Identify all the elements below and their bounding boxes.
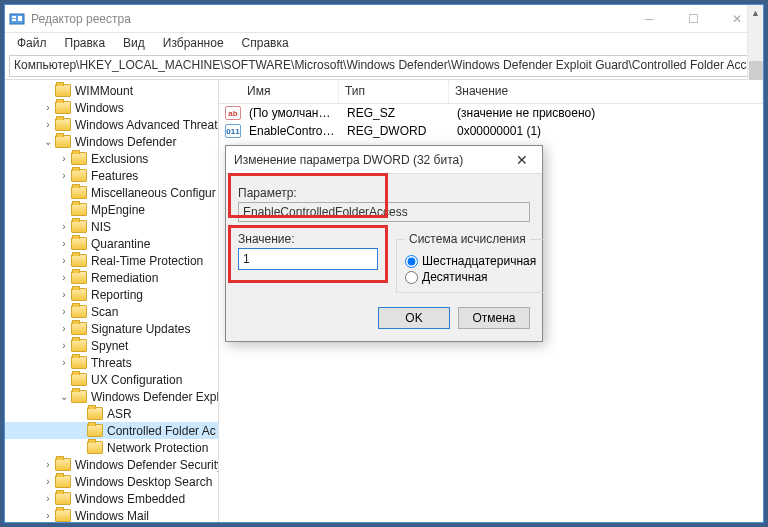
tree-item[interactable]: ›Features <box>5 167 218 184</box>
dialog-title: Изменение параметра DWORD (32 бита) <box>234 153 510 167</box>
radio-hex-input[interactable] <box>405 255 418 268</box>
radio-hex-label: Шестнадцатеричная <box>422 254 536 268</box>
dialog-close-button[interactable]: ✕ <box>510 152 534 168</box>
cell-type: REG_DWORD <box>341 124 451 138</box>
chevron-down-icon[interactable]: ⌄ <box>57 391 71 402</box>
tree-item-label: WIMMount <box>75 84 133 98</box>
tree-item[interactable]: ›Signature Updates <box>5 320 218 337</box>
chevron-right-icon[interactable]: › <box>41 476 55 487</box>
folder-icon <box>71 152 87 165</box>
address-bar[interactable]: Компьютер\HKEY_LOCAL_MACHINE\SOFTWARE\Mi… <box>9 55 759 77</box>
registry-tree[interactable]: WIMMount›Windows›Windows Advanced Threat… <box>5 80 219 522</box>
chevron-right-icon[interactable]: › <box>41 119 55 130</box>
folder-icon <box>55 509 71 522</box>
tree-item[interactable]: ›Windows Advanced Threat <box>5 116 218 133</box>
folder-icon <box>55 101 71 114</box>
tree-item[interactable]: ›Real-Time Protection <box>5 252 218 269</box>
radio-dec-label: Десятичная <box>422 270 488 284</box>
chevron-right-icon[interactable]: › <box>57 306 71 317</box>
tree-item[interactable]: MpEngine <box>5 201 218 218</box>
value-input[interactable] <box>238 248 378 270</box>
chevron-right-icon[interactable]: › <box>57 170 71 181</box>
cell-type: REG_SZ <box>341 106 451 120</box>
folder-icon <box>55 492 71 505</box>
menu-edit[interactable]: Правка <box>57 34 114 52</box>
tree-item[interactable]: ›Windows Defender Security <box>5 456 218 473</box>
tree-item[interactable]: ›Windows Embedded <box>5 490 218 507</box>
tree-item-label: Windows Desktop Search <box>75 475 212 489</box>
col-type[interactable]: Тип <box>339 80 449 103</box>
menu-view[interactable]: Вид <box>115 34 153 52</box>
tree-item-label: Features <box>91 169 138 183</box>
cancel-button[interactable]: Отмена <box>458 307 530 329</box>
tree-item[interactable]: ›Reporting <box>5 286 218 303</box>
folder-icon <box>71 339 87 352</box>
tree-item[interactable]: ›Windows Mail <box>5 507 218 522</box>
menu-file[interactable]: Файл <box>9 34 55 52</box>
folder-icon <box>71 220 87 233</box>
tree-item[interactable]: ›Windows <box>5 99 218 116</box>
tree-item[interactable]: ›Exclusions <box>5 150 218 167</box>
tree-item[interactable]: UX Configuration <box>5 371 218 388</box>
chevron-right-icon[interactable]: › <box>57 289 71 300</box>
radio-dec-input[interactable] <box>405 271 418 284</box>
chevron-right-icon[interactable]: › <box>57 272 71 283</box>
dialog-titlebar[interactable]: Изменение параметра DWORD (32 бита) ✕ <box>226 146 542 174</box>
col-name[interactable]: Имя <box>219 80 339 103</box>
tree-item[interactable]: WIMMount <box>5 82 218 99</box>
base-legend: Система исчисления <box>405 232 530 246</box>
tree-item[interactable]: Network Protection <box>5 439 218 456</box>
maximize-button[interactable]: ☐ <box>671 7 715 31</box>
col-value[interactable]: Значение <box>449 80 763 103</box>
chevron-right-icon[interactable]: › <box>57 238 71 249</box>
chevron-right-icon[interactable]: › <box>57 323 71 334</box>
tree-item[interactable]: ›Remediation <box>5 269 218 286</box>
tree-item[interactable]: Miscellaneous Configur <box>5 184 218 201</box>
tree-item-label: Miscellaneous Configur <box>91 186 216 200</box>
chevron-right-icon[interactable]: › <box>57 153 71 164</box>
chevron-right-icon[interactable]: › <box>57 340 71 351</box>
dword-value-icon: 011 <box>225 123 241 139</box>
menu-favorites[interactable]: Избранное <box>155 34 232 52</box>
value-label: Значение: <box>238 232 378 246</box>
chevron-right-icon[interactable]: › <box>57 255 71 266</box>
list-row[interactable]: 011EnableControlle...REG_DWORD0x00000001… <box>219 122 763 140</box>
window-title: Редактор реестра <box>31 12 627 26</box>
chevron-right-icon[interactable]: › <box>57 221 71 232</box>
tree-item[interactable]: ⌄Windows Defender <box>5 133 218 150</box>
tree-item[interactable]: ›Threats <box>5 354 218 371</box>
chevron-right-icon[interactable]: › <box>41 102 55 113</box>
ok-button[interactable]: OK <box>378 307 450 329</box>
chevron-down-icon[interactable]: ⌄ <box>41 136 55 147</box>
tree-item[interactable]: Controlled Folder Ac <box>5 422 218 439</box>
chevron-right-icon[interactable]: › <box>41 459 55 470</box>
base-fieldset: Система исчисления Шестнадцатеричная Дес… <box>396 232 545 293</box>
svg-rect-3 <box>18 16 22 21</box>
tree-item[interactable]: ›Quarantine <box>5 235 218 252</box>
folder-icon <box>71 254 87 267</box>
chevron-right-icon[interactable]: › <box>41 510 55 521</box>
menu-help[interactable]: Справка <box>234 34 297 52</box>
folder-icon <box>71 305 87 318</box>
tree-item[interactable]: ⌄Windows Defender Expl <box>5 388 218 405</box>
radio-dec[interactable]: Десятичная <box>405 270 536 284</box>
tree-item[interactable]: ›NIS <box>5 218 218 235</box>
tree-item-label: NIS <box>91 220 111 234</box>
folder-icon <box>71 237 87 250</box>
tree-item[interactable]: ›Windows Desktop Search <box>5 473 218 490</box>
folder-icon <box>87 441 103 454</box>
tree-item-label: UX Configuration <box>91 373 182 387</box>
chevron-right-icon[interactable]: › <box>57 357 71 368</box>
cell-name: (По умолчанию) <box>243 106 341 120</box>
tree-item[interactable]: ›Spynet <box>5 337 218 354</box>
cell-name: EnableControlle... <box>243 124 341 138</box>
tree-item[interactable]: ASR <box>5 405 218 422</box>
radio-hex[interactable]: Шестнадцатеричная <box>405 254 536 268</box>
list-header: Имя Тип Значение <box>219 80 763 104</box>
minimize-button[interactable]: ─ <box>627 7 671 31</box>
tree-item[interactable]: ›Scan <box>5 303 218 320</box>
app-icon <box>9 11 25 27</box>
tree-item-label: Scan <box>91 305 118 319</box>
list-row[interactable]: ab(По умолчанию)REG_SZ(значение не присв… <box>219 104 763 122</box>
chevron-right-icon[interactable]: › <box>41 493 55 504</box>
